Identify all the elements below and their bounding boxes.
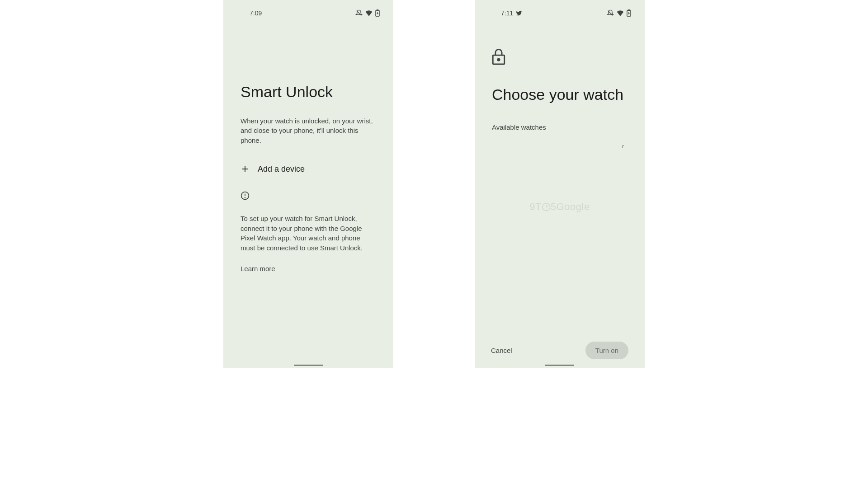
available-watches-label: Available watches (492, 123, 627, 131)
page-subtitle: When your watch is unlocked, on your wri… (241, 116, 376, 145)
info-text: To set up your watch for Smart Unlock, c… (241, 214, 376, 253)
navigation-handle[interactable] (294, 365, 323, 366)
plus-icon (241, 164, 250, 174)
turn-on-button[interactable]: Turn on (585, 342, 628, 359)
phone-screenshot-2: 7:11 (475, 0, 645, 368)
status-time: 7:11 (501, 9, 513, 17)
status-right (355, 9, 380, 17)
wifi-icon (617, 10, 624, 16)
add-device-label: Add a device (258, 164, 305, 174)
status-time: 7:09 (250, 9, 262, 17)
status-bar: 7:11 (475, 0, 645, 19)
status-left: 7:11 (501, 9, 522, 17)
svg-rect-1 (377, 9, 378, 10)
phone-screenshot-1: 7:09 Smart U (223, 0, 393, 368)
battery-icon (627, 9, 631, 17)
twitter-icon (516, 10, 522, 16)
status-left: 7:09 (250, 9, 262, 17)
svg-rect-8 (628, 9, 630, 10)
add-device-button[interactable]: Add a device (241, 164, 376, 174)
loading-spinner-icon: ╭ (621, 143, 624, 148)
svg-point-10 (498, 59, 500, 61)
svg-point-6 (245, 197, 245, 198)
learn-more-link[interactable]: Learn more (241, 265, 376, 272)
battery-icon (375, 9, 380, 17)
notifications-off-icon (607, 9, 614, 17)
notifications-off-icon (355, 9, 363, 17)
lock-icon (491, 47, 627, 68)
page-title: Smart Unlock (241, 82, 376, 102)
info-icon (241, 191, 376, 202)
status-bar: 7:09 (223, 0, 393, 19)
page-title: Choose your watch (492, 85, 627, 104)
footer-buttons: Cancel Turn on (475, 342, 645, 359)
navigation-handle[interactable] (545, 365, 574, 366)
cancel-button[interactable]: Cancel (491, 347, 512, 354)
wifi-icon (365, 10, 373, 16)
status-right (607, 9, 631, 17)
content-area: Smart Unlock When your watch is unlocked… (223, 19, 393, 368)
content-area: Choose your watch Available watches ╭ 9T… (475, 19, 645, 368)
watermark-text: 9T5Google (529, 201, 590, 213)
